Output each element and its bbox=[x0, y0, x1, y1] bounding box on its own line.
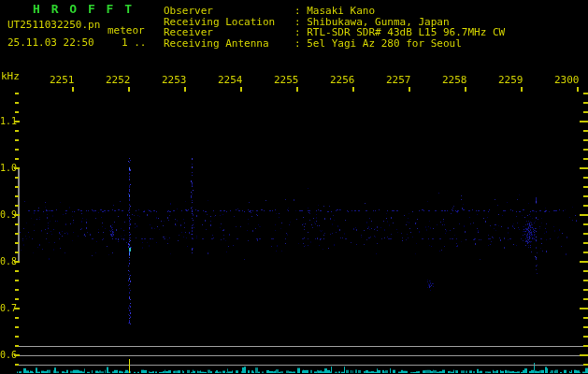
y-axis-major-tick-right bbox=[580, 121, 588, 122]
echo-counter: 1 .. bbox=[122, 37, 147, 48]
y-axis-minor-tick-right bbox=[583, 93, 588, 94]
info-label-1: Receiving Location bbox=[164, 17, 275, 27]
info-value-2: : RTL-SDR SDR# 43dB L15 96.7MHz CW bbox=[294, 27, 505, 37]
x-axis-tick bbox=[352, 87, 354, 92]
x-axis-tick bbox=[577, 87, 579, 92]
y-axis-minor-tick bbox=[15, 252, 19, 253]
y-axis-minor-tick bbox=[15, 177, 19, 179]
y-axis-minor-tick bbox=[15, 242, 19, 244]
y-axis-minor-tick-right bbox=[583, 149, 588, 151]
y-axis-minor-tick bbox=[15, 289, 19, 291]
y-axis-minor-tick-right bbox=[583, 177, 588, 179]
y-axis-minor-tick bbox=[15, 186, 19, 188]
y-axis-minor-tick-right bbox=[583, 130, 588, 132]
y-axis-minor-tick bbox=[15, 364, 19, 366]
y-axis-major-tick-right bbox=[580, 354, 588, 356]
y-axis-minor-tick-right bbox=[583, 195, 588, 197]
y-axis-minor-tick bbox=[15, 233, 19, 235]
y-axis-major-tick-right bbox=[580, 261, 588, 263]
y-axis-major-tick bbox=[14, 167, 20, 169]
y-axis-minor-tick bbox=[15, 93, 19, 94]
mode-label: meteor bbox=[108, 25, 145, 36]
y-axis-minor-tick bbox=[15, 130, 19, 132]
y-axis-minor-tick-right bbox=[583, 252, 588, 253]
x-axis-tick bbox=[128, 87, 130, 92]
spectrogram-canvas bbox=[0, 0, 588, 374]
y-axis-minor-tick-right bbox=[583, 298, 588, 300]
y-axis-minor-tick-right bbox=[583, 139, 588, 141]
y-axis-major-tick bbox=[14, 214, 20, 216]
app-title: H R O F F T bbox=[33, 4, 134, 14]
hrofft-window: H R O F F T UT2511032250.pn meteor 25.11… bbox=[0, 0, 588, 374]
info-label-3: Receiving Antenna bbox=[164, 38, 269, 49]
y-axis-minor-tick-right bbox=[583, 289, 588, 291]
y-axis-minor-tick-right bbox=[583, 111, 588, 113]
frequency-range-marker bbox=[18, 169, 20, 263]
info-value-1: : Shibukawa, Gunma, Japan bbox=[294, 17, 450, 27]
y-axis-minor-tick-right bbox=[583, 205, 588, 207]
y-axis-major-tick-right bbox=[580, 308, 588, 309]
y-axis-minor-tick-right bbox=[583, 223, 588, 225]
y-axis-minor-tick bbox=[15, 223, 19, 225]
level-reference-line bbox=[17, 355, 588, 356]
observation-datetime: 25.11.03 22:50 bbox=[7, 37, 94, 48]
y-axis-minor-tick bbox=[15, 336, 19, 338]
x-axis-tick-label: 2253 bbox=[162, 75, 187, 85]
x-axis-tick bbox=[240, 87, 242, 92]
meteor-event-marker bbox=[129, 359, 130, 373]
y-axis-major-tick bbox=[14, 308, 20, 309]
info-value-0: : Masaki Kano bbox=[294, 6, 375, 16]
y-axis-major-tick-right bbox=[580, 214, 588, 216]
y-axis-minor-tick-right bbox=[583, 233, 588, 235]
x-axis-tick-label: 2300 bbox=[554, 75, 580, 85]
y-axis-minor-tick-right bbox=[583, 270, 588, 272]
y-axis-minor-tick bbox=[15, 149, 19, 151]
y-axis-minor-tick bbox=[15, 280, 19, 281]
y-axis-minor-tick bbox=[15, 345, 19, 347]
y-axis-minor-tick bbox=[15, 102, 19, 104]
y-axis-minor-tick-right bbox=[583, 158, 588, 160]
x-axis-tick-label: 2255 bbox=[274, 75, 299, 85]
info-label-0: Observer bbox=[164, 6, 213, 16]
x-axis-tick-label: 2257 bbox=[386, 75, 411, 85]
y-axis-major-tick bbox=[14, 261, 20, 263]
y-axis-major-tick bbox=[14, 354, 20, 356]
x-axis-tick-label: 2259 bbox=[498, 75, 523, 85]
x-axis-tick bbox=[521, 87, 523, 92]
y-axis-minor-tick bbox=[15, 326, 19, 328]
y-axis-minor-tick-right bbox=[583, 242, 588, 244]
x-axis-tick bbox=[409, 87, 410, 92]
level-reference-line bbox=[17, 346, 588, 347]
y-axis-minor-tick bbox=[15, 111, 19, 113]
level-reference-line bbox=[17, 365, 588, 366]
x-axis-tick bbox=[72, 87, 74, 92]
y-axis-minor-tick bbox=[15, 205, 19, 207]
y-axis-minor-tick-right bbox=[583, 336, 588, 338]
x-axis-tick-label: 2254 bbox=[218, 75, 243, 85]
y-axis-minor-tick-right bbox=[583, 364, 588, 366]
y-axis-minor-tick bbox=[15, 270, 19, 272]
y-axis-minor-tick-right bbox=[583, 280, 588, 281]
x-axis-tick-label: 2252 bbox=[106, 75, 131, 85]
y-axis-minor-tick bbox=[15, 317, 19, 319]
info-label-2: Receiver bbox=[164, 27, 213, 37]
y-axis-minor-tick-right bbox=[583, 317, 588, 319]
y-axis-minor-tick bbox=[15, 139, 19, 141]
x-axis-tick bbox=[184, 87, 186, 92]
x-axis-tick-label: 2258 bbox=[442, 75, 467, 85]
y-axis-minor-tick bbox=[15, 195, 19, 197]
y-axis-minor-tick-right bbox=[583, 326, 588, 328]
y-axis-minor-tick bbox=[15, 158, 19, 160]
y-axis-unit-label: kHz bbox=[1, 71, 20, 81]
x-axis-tick bbox=[465, 87, 466, 92]
y-axis-minor-tick bbox=[15, 298, 19, 300]
y-axis-major-tick-right bbox=[580, 167, 588, 169]
y-axis-minor-tick-right bbox=[583, 102, 588, 104]
y-axis-minor-tick-right bbox=[583, 186, 588, 188]
x-axis-tick-label: 2256 bbox=[330, 75, 355, 85]
y-axis-minor-tick-right bbox=[583, 345, 588, 347]
x-axis-tick bbox=[296, 87, 298, 92]
output-filename: UT2511032250.pn bbox=[7, 20, 100, 30]
info-value-3: : 5el Yagi Az 280 for Seoul bbox=[294, 38, 462, 49]
x-axis-tick-label: 2251 bbox=[50, 75, 75, 85]
